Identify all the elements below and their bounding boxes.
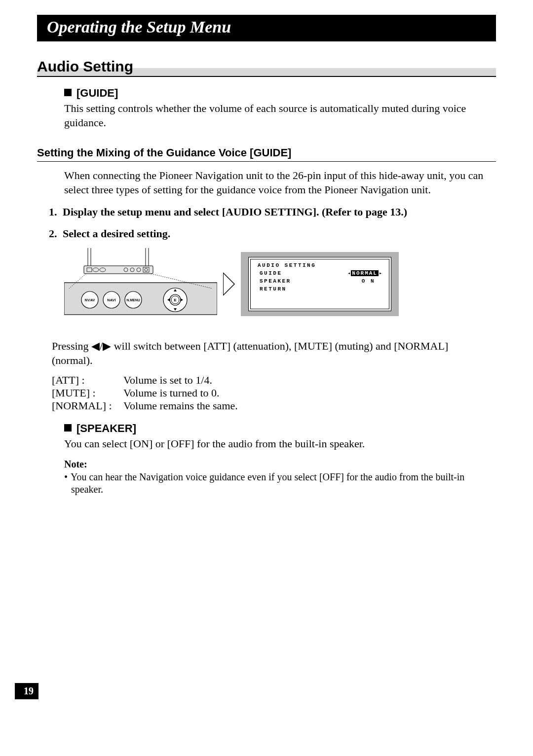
def-normal: [NORMAL] : Volume remains the same.: [52, 399, 238, 412]
screen-title: AUDIO SETTING: [258, 262, 316, 268]
guide-heading-text: [GUIDE]: [76, 87, 118, 99]
speaker-heading-text: [SPEAKER]: [76, 422, 136, 434]
speaker-heading: [SPEAKER]: [64, 422, 496, 435]
display-screen: AUDIO SETTING GUIDE NORMAL SPEAKER O N R…: [241, 252, 399, 316]
screen-row-speaker-label: SPEAKER: [260, 278, 291, 284]
step-1-num: 1.: [49, 206, 63, 218]
def-mute: [MUTE] : Volume is turned to 0.: [52, 387, 238, 399]
step-2: 2.Select a desired setting.: [49, 227, 496, 240]
pointer-arrow-icon: [223, 272, 235, 296]
note-body: •You can hear the Navigation voice guida…: [64, 471, 491, 496]
guide-heading: [GUIDE]: [64, 87, 496, 100]
page-number: 19: [15, 683, 38, 699]
square-bullet-icon: [64, 89, 72, 96]
step-2-num: 2.: [49, 227, 63, 240]
device-diagram: NV/AV NAVI N.MENU E: [64, 248, 217, 320]
screen-row-guide-label: GUIDE: [260, 270, 282, 276]
step-1-text: Display the setup menu and select [AUDIO…: [63, 206, 407, 218]
svg-text:NAVI: NAVI: [107, 298, 115, 302]
step-2-text: Select a desired setting.: [63, 227, 170, 240]
def-normal-value: Volume remains the same.: [123, 399, 238, 412]
page: Operating the Setup Menu Audio Setting […: [0, 0, 533, 719]
def-att-value: Volume is set to 1/4.: [123, 374, 238, 387]
def-att-label: [ATT] :: [52, 374, 123, 387]
svg-text:NV/AV: NV/AV: [85, 298, 95, 302]
mixing-heading: Setting the Mixing of the Guidance Voice…: [37, 146, 496, 162]
svg-text:N.MENU: N.MENU: [126, 298, 140, 302]
def-att: [ATT] : Volume is set to 1/4.: [52, 374, 238, 387]
note-label: Note:: [64, 459, 496, 470]
diagram-row: NV/AV NAVI N.MENU E AUDIO SETTING GUIDE …: [64, 248, 496, 320]
def-mute-label: [MUTE] :: [52, 387, 123, 399]
display-screen-inner: AUDIO SETTING GUIDE NORMAL SPEAKER O N R…: [248, 257, 391, 311]
title-bar: Operating the Setup Menu: [37, 15, 496, 41]
def-normal-label: [NORMAL] :: [52, 399, 123, 412]
footer: 19: [15, 683, 496, 699]
svg-rect-3: [84, 266, 153, 274]
note-body-text: You can hear the Navigation voice guidan…: [71, 471, 464, 495]
step-1: 1.Display the setup menu and select [AUD…: [49, 206, 496, 218]
bullet-icon: •: [64, 471, 68, 482]
screen-row-speaker-value: O N: [362, 278, 382, 284]
svg-rect-1: [64, 248, 217, 283]
square-bullet-icon: [64, 424, 72, 432]
screen-row-guide-value: NORMAL: [347, 270, 382, 276]
pressing-text: Pressing ◀/▶ will switch between [ATT] (…: [52, 339, 491, 367]
definitions-table: [ATT] : Volume is set to 1/4. [MUTE] : V…: [52, 374, 238, 412]
speaker-body: You can select [ON] or [OFF] for the aud…: [64, 437, 491, 451]
mixing-intro: When connecting the Pioneer Navigation u…: [64, 169, 491, 197]
def-mute-value: Volume is turned to 0.: [123, 387, 238, 399]
svg-text:E: E: [174, 298, 177, 302]
screen-row-return-label: RETURN: [260, 286, 287, 292]
section-title-audio-setting: Audio Setting: [37, 58, 496, 77]
guide-body: This setting controls whether the volume…: [64, 102, 491, 130]
